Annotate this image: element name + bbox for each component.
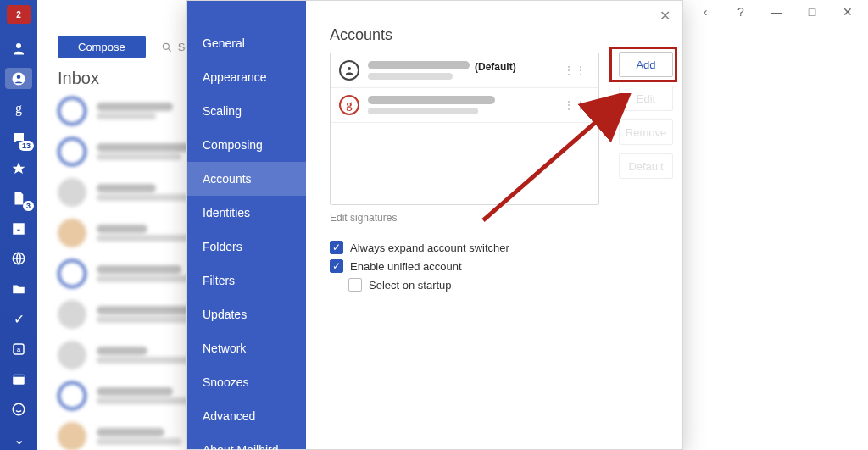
- rail-google-icon[interactable]: g: [5, 97, 32, 119]
- account-default-tag: (Default): [475, 61, 516, 73]
- rail-folder-icon[interactable]: [5, 278, 32, 299]
- drag-handle-icon[interactable]: ⋮⋮: [559, 98, 590, 112]
- sidebar-item-general[interactable]: General: [187, 26, 306, 60]
- rail-contacts-icon[interactable]: [5, 37, 32, 58]
- sidebar-item-snoozes[interactable]: Snoozes: [187, 365, 306, 399]
- rail-globe-icon[interactable]: [5, 248, 32, 269]
- rail-chat-icon[interactable]: 13: [5, 128, 32, 149]
- select-on-startup-label: Select on startup: [369, 279, 452, 292]
- svg-rect-7: [13, 375, 25, 377]
- sidebar-item-filters[interactable]: Filters: [187, 264, 306, 297]
- add-account-button[interactable]: Add: [619, 52, 673, 77]
- sidebar-item-folders[interactable]: Folders: [187, 230, 306, 264]
- nav-back-button[interactable]: ‹: [692, 5, 719, 19]
- remove-account-button[interactable]: Remove: [619, 119, 673, 145]
- google-icon: g: [339, 95, 359, 115]
- select-on-startup-checkbox[interactable]: [348, 278, 362, 292]
- rail-chat-badge: 13: [19, 141, 34, 151]
- sidebar-item-advanced[interactable]: Advanced: [187, 399, 306, 433]
- window-maximize-button[interactable]: □: [798, 5, 826, 19]
- default-account-button[interactable]: Default: [619, 153, 673, 179]
- section-title: Accounts: [330, 26, 659, 44]
- sidebar-item-accounts[interactable]: Accounts: [187, 162, 306, 196]
- svg-line-10: [168, 48, 170, 51]
- svg-point-9: [163, 43, 169, 49]
- search-icon: [161, 42, 173, 53]
- sidebar-item-appearance[interactable]: Appearance: [187, 60, 306, 94]
- svg-point-8: [13, 403, 25, 415]
- rail-chevron-down-icon[interactable]: ⌄: [5, 429, 32, 450]
- rail-files-badge: 3: [23, 201, 34, 211]
- person-icon: [339, 60, 359, 81]
- compose-button[interactable]: Compose: [58, 36, 146, 58]
- always-expand-checkbox[interactable]: [330, 241, 343, 254]
- account-name: (Default): [368, 61, 551, 80]
- logo-badge: 2: [16, 10, 21, 19]
- edit-signatures-link[interactable]: Edit signatures: [330, 212, 659, 224]
- drag-handle-icon[interactable]: ⋮⋮: [559, 64, 590, 77]
- rail-app-icon[interactable]: a: [5, 338, 32, 359]
- account-row[interactable]: (Default) ⋮⋮: [331, 53, 598, 88]
- app-logo: 2: [7, 5, 31, 24]
- enable-unified-label: Enable unified account: [350, 260, 462, 273]
- svg-text:a: a: [17, 346, 21, 353]
- rail-account-icon[interactable]: [5, 68, 32, 89]
- settings-sidebar: General Appearance Scaling Composing Acc…: [187, 1, 306, 449]
- rail-inbox-icon[interactable]: [5, 218, 32, 239]
- sidebar-item-updates[interactable]: Updates: [187, 297, 306, 331]
- account-name: [368, 96, 551, 114]
- help-button[interactable]: ?: [727, 5, 754, 19]
- sidebar-item-about[interactable]: About Mailbird: [187, 433, 306, 450]
- sidebar-item-scaling[interactable]: Scaling: [187, 94, 306, 128]
- always-expand-label: Always expand account switcher: [350, 242, 509, 254]
- window-close-button[interactable]: ✕: [834, 5, 861, 19]
- svg-point-0: [16, 43, 21, 48]
- left-rail: 2 g 13 3 ✓ a ⌄: [0, 0, 37, 450]
- rail-star-icon[interactable]: [5, 158, 32, 179]
- accounts-list: (Default) ⋮⋮ g ⋮⋮: [330, 53, 599, 205]
- settings-dialog: ✕ General Appearance Scaling Composing A…: [186, 0, 683, 450]
- sidebar-item-composing[interactable]: Composing: [187, 128, 306, 162]
- edit-account-button[interactable]: Edit: [619, 86, 673, 111]
- account-row[interactable]: g ⋮⋮: [331, 88, 598, 123]
- svg-point-2: [17, 75, 21, 79]
- rail-calendar-icon[interactable]: [5, 369, 32, 390]
- rail-check-icon[interactable]: ✓: [5, 308, 32, 330]
- rail-files-icon[interactable]: 3: [5, 188, 32, 209]
- svg-point-11: [348, 67, 351, 70]
- window-minimize-button[interactable]: —: [763, 5, 790, 19]
- rail-whatsapp-icon[interactable]: [5, 398, 32, 419]
- sidebar-item-identities[interactable]: Identities: [187, 196, 306, 230]
- sidebar-item-network[interactable]: Network: [187, 331, 306, 365]
- enable-unified-checkbox[interactable]: [330, 259, 343, 273]
